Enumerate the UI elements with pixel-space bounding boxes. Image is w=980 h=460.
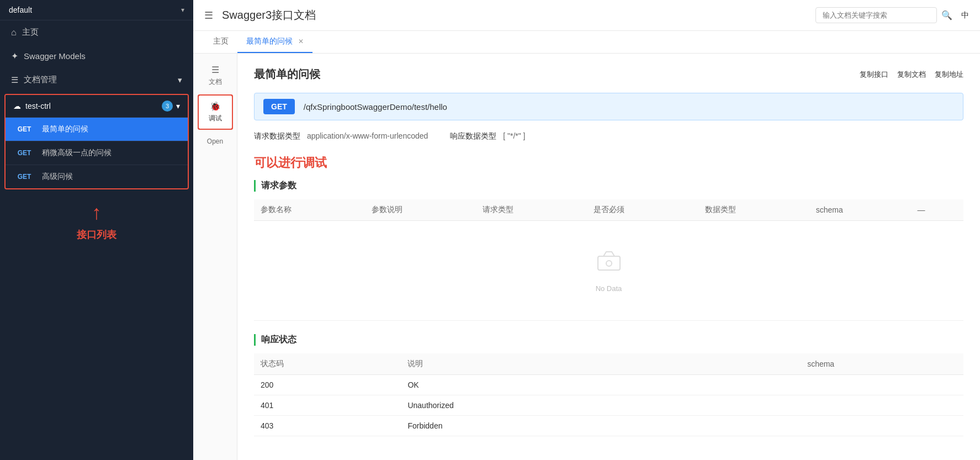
lang-button[interactable]: 中 [961,10,969,20]
api-method-0: GET [13,125,35,133]
api-title: 最简单的问候 [254,67,320,82]
api-item-0[interactable]: GET 最简单的问候 [6,117,188,141]
tab-api[interactable]: 最简单的问候 ✕ [237,31,312,53]
copy-api-button[interactable]: 复制接口 [860,70,888,80]
params-section: 请求参数 参数名称 参数说明 请求类型 是否必须 数据类型 schema — [254,180,963,321]
col-data-type: 数据类型 [698,199,809,221]
topbar: ☰ Swagger3接口文档 🔍 中 [193,0,980,31]
response-type-label: 响应数据类型 [450,131,496,140]
resp-col-code: 状态码 [254,353,401,375]
api-group-header[interactable]: ☁ test-ctrl 3 ▾ [6,95,188,117]
endpoint-path: /qfxSpringbootSwaggerDemo/test/hello [304,102,447,112]
debug-tab-icon: 🐞 [210,101,221,112]
sidebar: default ▾ ⌂ 主页 ✦ Swagger Models ☰ 文档管理 ▾… [0,0,193,460]
left-panel: ☰ 文档 🐞 调试 Open [193,54,237,460]
sidebar-item-home[interactable]: ⌂ 主页 [0,20,193,44]
table-row: 403 Forbidden [254,416,963,436]
api-actions: 复制接口 复制文档 复制地址 [860,70,963,80]
panel-tab-debug-label: 调试 [209,114,222,123]
params-section-title: 请求参数 [254,180,963,192]
resp-col-desc: 说明 [401,353,640,375]
svg-rect-0 [598,256,620,270]
resp-col-schema: schema [801,353,963,375]
response-type-value: [ "*/*" ] [503,131,525,140]
no-data-icon [595,248,623,279]
annotation-interface-list: ↑ 接口列表 [0,192,193,247]
response-table: 状态码 说明 schema 200 OK [254,353,963,436]
swagger-icon: ✦ [11,51,18,61]
get-badge: GET [263,99,295,114]
doc-manage-chevron: ▾ [178,75,182,85]
col-extra: — [910,199,963,221]
api-header: 最简单的问候 复制接口 复制文档 复制地址 [254,67,963,82]
home-icon: ⌂ [11,28,17,38]
tab-home[interactable]: 主页 [204,31,237,53]
doc-manage-icon: ☰ [11,75,18,85]
response-section: 响应状态 状态码 说明 schema [254,334,963,436]
api-label-0: 最简单的问候 [42,124,88,134]
request-type-value: application/x-www-form-urlencoded [307,131,428,140]
params-table: 参数名称 参数说明 请求类型 是否必须 数据类型 schema — [254,199,963,321]
sidebar-dropdown-value: default [9,6,32,14]
api-item-1[interactable]: GET 稍微高级一点的问候 [6,141,188,165]
endpoint-row: GET /qfxSpringbootSwaggerDemo/test/hello [254,93,963,120]
col-request-type: 请求类型 [476,199,587,221]
table-row: 200 OK [254,375,963,395]
sidebar-item-doc-manage[interactable]: ☰ 文档管理 ▾ [0,68,193,92]
main-panel: ☰ Swagger3接口文档 🔍 中 主页 最简单的问候 ✕ ☰ 文档 🐞 调试 [193,0,980,460]
sidebar-item-swagger-models[interactable]: ✦ Swagger Models [0,44,193,68]
content-area: ☰ 文档 🐞 调试 Open 最简单的问候 复制接口 复制文档 复制地址 [193,54,980,460]
panel-tab-debug[interactable]: 🐞 调试 [198,94,233,130]
tab-api-label: 最简单的问候 [246,36,293,46]
sidebar-dropdown[interactable]: default ▾ [0,0,193,20]
annotation-text: 接口列表 [0,223,193,241]
api-label-1: 稍微高级一点的问候 [42,148,112,158]
svg-point-1 [606,261,612,266]
sidebar-home-label: 主页 [22,27,39,38]
resp-col-empty1 [640,353,694,375]
request-type-label: 请求数据类型 [254,131,300,140]
copy-doc-button[interactable]: 复制文档 [897,70,926,80]
info-row: 请求数据类型 application/x-www-form-urlencoded… [254,131,963,141]
arrow-up-icon: ↑ [0,203,193,223]
search-icon[interactable]: 🔍 [941,10,952,20]
tab-home-label: 主页 [213,36,229,46]
cloud-icon: ☁ [13,102,21,110]
response-section-title: 响应状态 [254,334,963,346]
api-method-2: GET [13,173,35,181]
debug-annotation-text: 可以进行调试 [254,155,963,171]
col-param-desc: 参数说明 [365,199,476,221]
api-item-2[interactable]: GET 高级问候 [6,165,188,188]
api-group: ☁ test-ctrl 3 ▾ GET 最简单的问候 GET 稍微高级一点的问候… [4,94,189,189]
col-param-name: 参数名称 [254,199,365,221]
hamburger-icon[interactable]: ☰ [204,9,213,22]
doc-tab-icon: ☰ [211,65,219,75]
search-area: 🔍 [815,7,952,23]
status-403-desc: Forbidden [401,416,640,436]
status-401-desc: Unauthorized [401,395,640,416]
api-label-2: 高级问候 [42,172,73,182]
tab-close-icon[interactable]: ✕ [298,38,304,45]
no-data-text: No Data [596,284,622,293]
status-401: 401 [254,395,401,416]
search-input[interactable] [815,7,937,23]
open-label[interactable]: Open [205,138,225,145]
no-data-area: No Data [261,226,957,315]
col-schema: schema [809,199,911,221]
status-200-desc: OK [401,375,640,395]
api-doc-content: 最简单的问候 复制接口 复制文档 复制地址 GET /qfxSpringboot… [237,54,980,460]
status-200: 200 [254,375,401,395]
topbar-title: Swagger3接口文档 [222,8,807,23]
api-group-badge: 3 [162,101,173,112]
resp-col-empty2 [693,353,747,375]
sidebar-dropdown-chevron: ▾ [181,6,184,14]
status-403: 403 [254,416,401,436]
panel-tab-doc[interactable]: ☰ 文档 [198,59,233,92]
panel-tab-doc-label: 文档 [209,77,222,87]
resp-col-empty3 [747,353,801,375]
tabs-bar: 主页 最简单的问候 ✕ [193,31,980,54]
col-required: 是否必须 [587,199,698,221]
sidebar-swagger-label: Swagger Models [24,51,86,61]
api-group-chevron: ▾ [176,102,180,110]
copy-url-button[interactable]: 复制地址 [935,70,963,80]
